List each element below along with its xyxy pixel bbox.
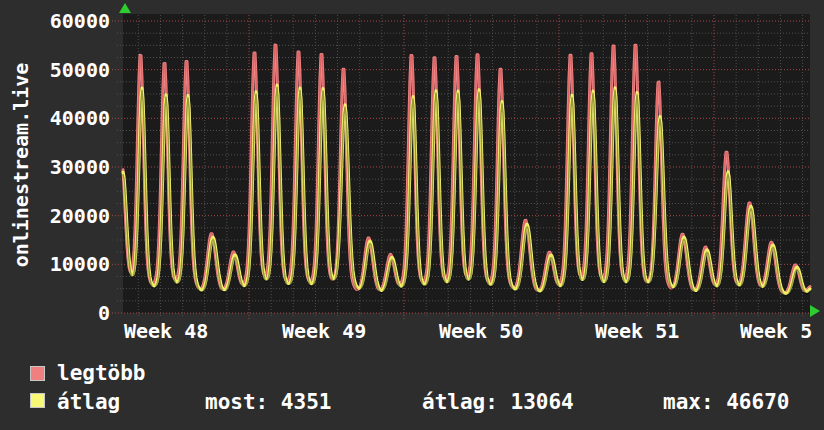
legend-swatch-legtobb xyxy=(30,366,45,381)
stat-atlag: átlag: 13064 xyxy=(422,390,574,414)
legend-swatch-atlag xyxy=(30,393,45,408)
stat-most: most: 4351 xyxy=(205,390,331,414)
stat-max: max: 46670 xyxy=(663,390,789,414)
chart-canvas xyxy=(0,0,824,348)
x-tick-label: Week 48 xyxy=(124,319,208,343)
x-tick-label: Week 5 xyxy=(740,319,813,343)
y-tick-label: 30000 xyxy=(20,155,110,179)
y-tick-label: 50000 xyxy=(20,58,110,82)
y-tick-label: 0 xyxy=(20,301,110,325)
y-tick-label: 40000 xyxy=(20,106,110,130)
y-tick-label: 60000 xyxy=(20,9,110,33)
graph-page: { "chart": { "side_label": "onlinestream… xyxy=(0,0,824,430)
x-tick-label: Week 50 xyxy=(439,319,523,343)
x-tick-label: Week 51 xyxy=(595,319,679,343)
legend-label-legtobb: legtöbb xyxy=(57,361,146,385)
y-tick-label: 10000 xyxy=(20,252,110,276)
y-tick-label: 20000 xyxy=(20,204,110,228)
x-tick-label: Week 49 xyxy=(282,319,366,343)
legend-label-atlag: átlag xyxy=(57,390,120,414)
